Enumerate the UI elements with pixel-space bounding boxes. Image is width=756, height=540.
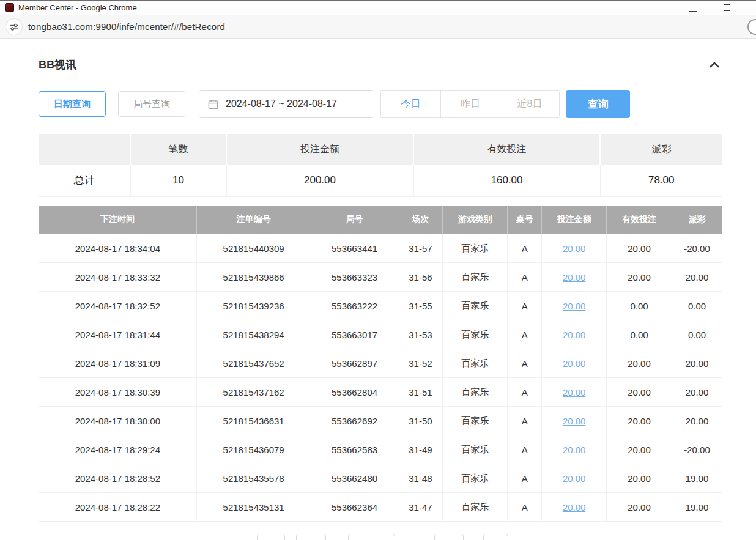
summary-header-row: 笔数 投注金额 有效投注 派彩 bbox=[39, 134, 722, 165]
cell-payout: 20.00 bbox=[672, 263, 722, 292]
cell-bet-amount: 20.00 bbox=[542, 493, 607, 522]
filter-toolbar: 日期查询 局号查询 2024-08-17 ~ 2024-08-17 今日 昨日 … bbox=[39, 90, 722, 118]
cell-payout: -20.00 bbox=[672, 234, 722, 263]
bet-amount-link[interactable]: 20.00 bbox=[563, 473, 586, 484]
bet-amount-link[interactable]: 20.00 bbox=[563, 445, 586, 455]
cell-payout: -20.00 bbox=[672, 435, 722, 464]
search-button[interactable]: 查询 bbox=[566, 90, 630, 118]
profile-avatar[interactable] bbox=[747, 19, 756, 35]
bet-amount-link[interactable]: 20.00 bbox=[563, 301, 586, 311]
table-row: 2024-08-17 18:28:22 521815435131 5536623… bbox=[39, 493, 722, 522]
cell-bet-number: 521815435578 bbox=[196, 464, 311, 493]
bet-amount-link[interactable]: 20.00 bbox=[563, 416, 586, 426]
summary-total-payout: 78.00 bbox=[600, 165, 722, 196]
bet-amount-link[interactable]: 20.00 bbox=[563, 272, 586, 283]
pagination-button[interactable] bbox=[296, 534, 326, 540]
pagination-button[interactable] bbox=[434, 534, 464, 540]
cell-valid-bet: 20.00 bbox=[607, 378, 672, 407]
pagination-page-select[interactable] bbox=[348, 534, 395, 540]
page-title: BB视讯 bbox=[39, 57, 76, 72]
cell-bet-number: 521815438294 bbox=[196, 320, 311, 349]
maximize-button[interactable] bbox=[724, 4, 730, 11]
cell-bet-number: 521815436631 bbox=[196, 407, 311, 435]
cell-valid-bet: 20.00 bbox=[607, 263, 672, 292]
pagination-jump-input[interactable] bbox=[483, 534, 508, 540]
calendar-icon bbox=[208, 99, 218, 109]
summary-total-count: 10 bbox=[130, 165, 226, 196]
cell-valid-bet: 20.00 bbox=[607, 349, 672, 378]
cell-game-type: 百家乐 bbox=[443, 435, 508, 464]
cell-round-number: 553662583 bbox=[311, 435, 398, 464]
header-payout: 派彩 bbox=[672, 206, 722, 234]
site-settings-button[interactable] bbox=[6, 19, 22, 35]
cell-bet-number: 521815439236 bbox=[196, 292, 311, 320]
header-session: 场次 bbox=[398, 206, 443, 234]
date-query-tab[interactable]: 日期查询 bbox=[39, 91, 106, 117]
cell-bet-time: 2024-08-17 18:28:52 bbox=[39, 464, 197, 493]
cell-payout: 20.00 bbox=[672, 349, 722, 378]
cell-round-number: 553662804 bbox=[311, 378, 398, 407]
cell-round-number: 553663441 bbox=[311, 234, 398, 263]
date-range-value: 2024-08-17 ~ 2024-08-17 bbox=[226, 98, 337, 109]
cell-bet-time: 2024-08-17 18:30:39 bbox=[39, 378, 197, 407]
cell-session: 31-56 bbox=[398, 263, 443, 292]
bet-amount-link[interactable]: 20.00 bbox=[563, 387, 586, 398]
table-row: 2024-08-17 18:32:52 521815439236 5536632… bbox=[39, 292, 722, 320]
cell-payout: 19.00 bbox=[672, 493, 722, 522]
cell-valid-bet: 20.00 bbox=[607, 493, 672, 522]
cell-game-type: 百家乐 bbox=[443, 263, 508, 292]
window-titlebar: Member Center - Google Chrome bbox=[0, 1, 756, 15]
url-text[interactable]: tongbao31.com:9900/infe/mcenter/#/betRec… bbox=[28, 21, 225, 32]
cell-table-number: A bbox=[508, 234, 542, 263]
cell-bet-time: 2024-08-17 18:31:09 bbox=[39, 349, 197, 378]
tune-icon bbox=[10, 23, 18, 31]
date-range-picker[interactable]: 2024-08-17 ~ 2024-08-17 bbox=[199, 90, 374, 118]
round-query-tab[interactable]: 局号查询 bbox=[118, 91, 185, 117]
cell-bet-amount: 20.00 bbox=[542, 263, 607, 292]
pagination-button[interactable] bbox=[257, 534, 285, 540]
quick-date-group: 今日 昨日 近8日 bbox=[380, 90, 560, 118]
bet-amount-link[interactable]: 20.00 bbox=[563, 358, 586, 369]
summary-header-valid-bet: 有效投注 bbox=[413, 134, 600, 165]
summary-total-bet-amount: 200.00 bbox=[226, 165, 413, 196]
cell-payout: 0.00 bbox=[672, 292, 722, 320]
quick-today-button[interactable]: 今日 bbox=[381, 91, 440, 117]
cell-session: 31-47 bbox=[398, 493, 443, 522]
table-row: 2024-08-17 18:31:44 521815438294 5536630… bbox=[39, 320, 722, 349]
cell-bet-number: 521815437652 bbox=[196, 349, 311, 378]
header-game-type: 游戏类别 bbox=[443, 206, 508, 234]
header-table-number: 桌号 bbox=[508, 206, 542, 234]
summary-header-payout: 派彩 bbox=[600, 134, 722, 165]
cell-session: 31-57 bbox=[398, 234, 443, 263]
bet-amount-link[interactable]: 20.00 bbox=[563, 502, 586, 512]
cell-bet-amount: 20.00 bbox=[542, 378, 607, 407]
cell-round-number: 553663017 bbox=[311, 320, 398, 349]
cell-bet-amount: 20.00 bbox=[542, 435, 607, 464]
cell-bet-amount: 20.00 bbox=[542, 292, 607, 320]
cell-table-number: A bbox=[508, 292, 542, 320]
cell-round-number: 553662897 bbox=[311, 349, 398, 378]
cell-bet-time: 2024-08-17 18:32:52 bbox=[39, 292, 197, 320]
cell-bet-number: 521815440309 bbox=[196, 234, 311, 263]
cell-session: 31-51 bbox=[398, 378, 443, 407]
quick-yesterday-button[interactable]: 昨日 bbox=[440, 91, 500, 117]
cell-session: 31-48 bbox=[398, 464, 443, 493]
cell-valid-bet: 0.00 bbox=[607, 292, 672, 320]
cell-bet-time: 2024-08-17 18:34:04 bbox=[39, 234, 197, 263]
cell-round-number: 553662480 bbox=[311, 464, 398, 493]
collapse-section-button[interactable] bbox=[706, 57, 722, 73]
cell-session: 31-49 bbox=[398, 435, 443, 464]
cell-game-type: 百家乐 bbox=[443, 234, 508, 263]
cell-valid-bet: 20.00 bbox=[607, 464, 672, 493]
cell-round-number: 553663323 bbox=[311, 263, 398, 292]
quick-last8days-button[interactable]: 近8日 bbox=[500, 91, 559, 117]
minimize-button[interactable] bbox=[689, 4, 697, 12]
cell-session: 31-52 bbox=[398, 349, 443, 378]
cell-bet-amount: 20.00 bbox=[542, 349, 607, 378]
cell-bet-amount: 20.00 bbox=[542, 464, 607, 493]
bet-amount-link[interactable]: 20.00 bbox=[563, 330, 586, 340]
bet-amount-link[interactable]: 20.00 bbox=[563, 243, 586, 254]
cell-bet-time: 2024-08-17 18:30:00 bbox=[39, 407, 197, 435]
header-round-number: 局号 bbox=[311, 206, 398, 234]
cell-bet-amount: 20.00 bbox=[542, 320, 607, 349]
